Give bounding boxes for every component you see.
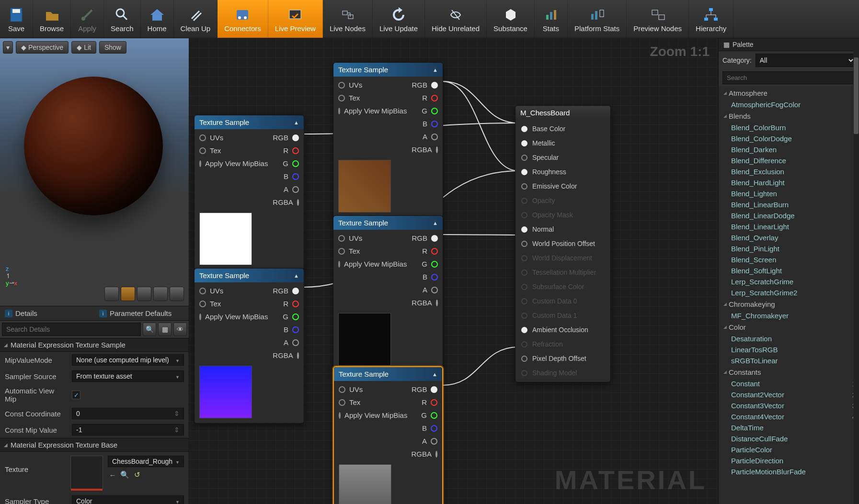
- pin-in-Apply-View-MipBias[interactable]: Apply View MipBias: [195, 310, 268, 323]
- toolbar-connectors-button[interactable]: Connectors: [218, 0, 268, 38]
- pin-in-Apply-View-MipBias[interactable]: Apply View MipBias: [334, 409, 407, 422]
- viewport-options-dropdown[interactable]: ▾: [3, 41, 13, 54]
- pin-out-RGBA[interactable]: RGBA: [407, 143, 443, 156]
- material-graph[interactable]: Zoom 1:1 MATERIAL Texture Sample▲ UVsTex…: [189, 38, 718, 504]
- texture-thumbnail[interactable]: [70, 456, 103, 489]
- node-collapse-icon[interactable]: ▲: [433, 220, 438, 226]
- pin-in-Tex[interactable]: Tex: [195, 144, 268, 157]
- pin-out-R[interactable]: R: [268, 297, 304, 310]
- pin-in-Apply-View-MipBias[interactable]: Apply View MipBias: [333, 104, 407, 117]
- palette-item[interactable]: ParticleDirection: [721, 455, 859, 466]
- pin-out-G[interactable]: G: [407, 409, 442, 422]
- palette-item[interactable]: Blend_LinearBurn: [721, 199, 859, 210]
- palette-item[interactable]: Blend_ColorBurn: [721, 122, 859, 133]
- toolbar-substance-button[interactable]: Substance: [487, 0, 535, 38]
- palette-item[interactable]: Blend_HardLight: [721, 177, 859, 188]
- palette-item[interactable]: Blend_Overlay: [721, 232, 859, 243]
- prop-number[interactable]: 0⇕: [72, 408, 184, 419]
- palette-item[interactable]: Blend_LinearLight: [721, 221, 859, 232]
- texture-sample-node[interactable]: Texture Sample▲ UVsTexApply View MipBias…: [333, 215, 443, 371]
- palette-category[interactable]: Atmosphere: [721, 87, 859, 99]
- pin-out-R[interactable]: R: [407, 91, 443, 104]
- toolbar-hideunrelated-button[interactable]: Hide Unrelated: [425, 0, 487, 38]
- palette-search-input[interactable]: [722, 71, 855, 84]
- material-result-node[interactable]: M_ChessBoard Base Color Metallic Specula…: [515, 105, 611, 382]
- toolbar-save-button[interactable]: Save: [0, 0, 33, 38]
- pin-in-UVs[interactable]: UVs: [195, 284, 268, 297]
- pin-out-B[interactable]: B: [407, 117, 443, 130]
- palette-item[interactable]: Constant4Vector4: [721, 411, 859, 422]
- palette-item[interactable]: Blend_Screen: [721, 254, 859, 265]
- palette-item[interactable]: Blend_SoftLight: [721, 265, 859, 276]
- pin-out-RGB[interactable]: RGB: [268, 284, 304, 297]
- palette-item[interactable]: Blend_Darken: [721, 144, 859, 155]
- toolbar-previewnodes-button[interactable]: Preview Nodes: [627, 0, 689, 38]
- palette-item[interactable]: Blend_Exclusion: [721, 166, 859, 177]
- pin-out-G[interactable]: G: [407, 104, 443, 117]
- pin-out-R[interactable]: R: [268, 144, 304, 157]
- pin-out-A[interactable]: A: [407, 130, 443, 143]
- palette-list[interactable]: AtmosphereAtmosphericFogColorBlendsBlend…: [719, 86, 859, 504]
- palette-category[interactable]: Color: [721, 321, 859, 333]
- node-collapse-icon[interactable]: ▲: [433, 67, 438, 73]
- pin-out-R[interactable]: R: [407, 396, 442, 409]
- master-pin-World-Position-Offset[interactable]: World Position Offset: [515, 236, 610, 251]
- palette-item[interactable]: Lerp_ScratchGrime2: [721, 287, 859, 298]
- prop-checkbox[interactable]: [72, 391, 80, 399]
- palette-item[interactable]: AtmosphericFogColor: [721, 99, 859, 110]
- master-pin-Metallic[interactable]: Metallic: [515, 136, 610, 150]
- palette-item[interactable]: ParticleMotionBlurFade: [721, 466, 859, 477]
- palette-item[interactable]: Blend_Difference: [721, 155, 859, 166]
- palette-item[interactable]: Constant3Vector3: [721, 400, 859, 411]
- pin-out-A[interactable]: A: [407, 283, 443, 296]
- tab-parameter-defaults[interactable]: iParameter Defaults: [94, 306, 189, 320]
- pin-in-Tex[interactable]: Tex: [333, 91, 407, 104]
- toolbar-home-button[interactable]: Home: [141, 0, 174, 38]
- search-details-input[interactable]: [2, 323, 141, 336]
- viewport-3d[interactable]: ▾ ◆ Perspective ◆ Lit Show z↿y⇀x: [0, 38, 189, 306]
- toolbar-liveupdate-button[interactable]: Live Update: [373, 0, 425, 38]
- toolbar-platformstats-button[interactable]: Platform Stats: [568, 0, 627, 38]
- master-pin-Emissive-Color[interactable]: Emissive Color: [515, 179, 610, 193]
- prop-dropdown[interactable]: Color: [72, 495, 184, 504]
- viewport-lit-button[interactable]: ◆ Lit: [71, 41, 96, 54]
- texture-sample-node[interactable]: Texture Sample▲ UVsTexApply View MipBias…: [194, 115, 304, 270]
- toolbar-livepreview-button[interactable]: Live Preview: [268, 0, 323, 38]
- toolbar-cleanup-button[interactable]: Clean Up: [174, 0, 218, 38]
- details-grid-button[interactable]: ▦: [158, 323, 172, 336]
- node-collapse-icon[interactable]: ▲: [294, 120, 299, 125]
- pin-out-B[interactable]: B: [407, 270, 443, 283]
- prop-number[interactable]: -1⇕: [72, 424, 184, 436]
- palette-category[interactable]: Constants: [721, 366, 859, 378]
- pin-in-UVs[interactable]: UVs: [195, 131, 268, 144]
- viewport-show-button[interactable]: Show: [99, 41, 126, 54]
- details-eye-button[interactable]: 👁: [173, 323, 187, 336]
- shape-sphere-button[interactable]: [121, 287, 135, 301]
- pin-in-Apply-View-MipBias[interactable]: Apply View MipBias: [195, 157, 268, 170]
- pin-in-Tex[interactable]: Tex: [334, 396, 407, 409]
- palette-category[interactable]: Blends: [721, 110, 859, 122]
- palette-item[interactable]: LinearTosRGB: [721, 344, 859, 355]
- toolbar-stats-button[interactable]: Stats: [535, 0, 568, 38]
- pin-out-RGB[interactable]: RGB: [407, 232, 443, 245]
- pin-out-RGB[interactable]: RGB: [407, 383, 442, 396]
- pin-in-UVs[interactable]: UVs: [333, 78, 407, 91]
- palette-item[interactable]: Constant1: [721, 378, 859, 389]
- palette-item[interactable]: Lerp_ScratchGrime: [721, 276, 859, 287]
- palette-item[interactable]: Desaturation: [721, 333, 859, 344]
- palette-scrollbar[interactable]: [853, 38, 859, 504]
- section-header[interactable]: Material Expression Texture Base: [0, 438, 189, 452]
- toolbar-search-button[interactable]: Search: [104, 0, 141, 38]
- prop-dropdown[interactable]: From texture asset: [72, 370, 184, 382]
- asset-browse-icon[interactable]: 🔍: [120, 470, 130, 480]
- shape-cylinder-button[interactable]: [104, 287, 119, 301]
- shape-mesh-button[interactable]: [170, 287, 184, 301]
- master-pin-Base-Color[interactable]: Base Color: [515, 122, 610, 136]
- shape-plane-button[interactable]: [137, 287, 151, 301]
- pin-out-B[interactable]: B: [268, 323, 304, 336]
- asset-back-icon[interactable]: ←: [108, 470, 117, 480]
- texture-sample-node[interactable]: Texture Sample▲ UVsTexApply View MipBias…: [194, 268, 304, 424]
- toolbar-hierarchy-button[interactable]: Hierarchy: [689, 0, 733, 38]
- pin-out-A[interactable]: A: [407, 435, 442, 448]
- palette-category-select[interactable]: All: [756, 54, 855, 67]
